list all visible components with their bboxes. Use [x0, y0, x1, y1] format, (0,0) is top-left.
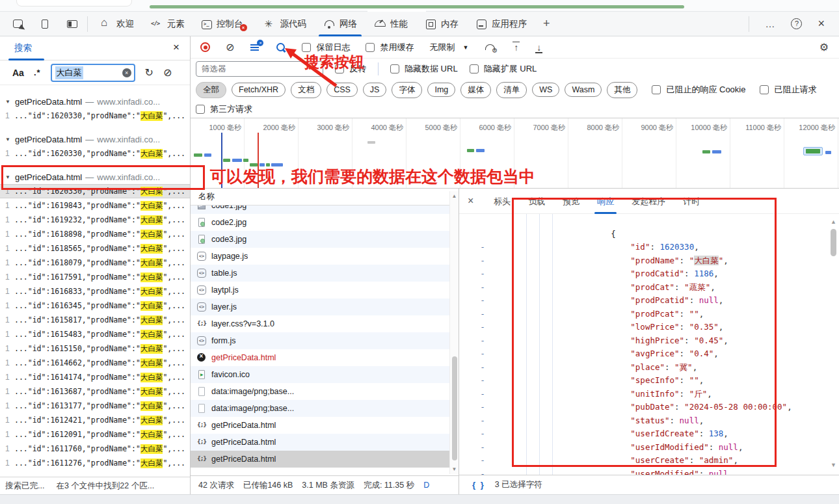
- help-icon[interactable]: ?: [791, 18, 802, 29]
- search-result-row[interactable]: 1 ..."id":1613177,"prodName":" 大白菜 ",...: [0, 399, 190, 413]
- devtools-tab[interactable]: 元素: [142, 12, 193, 36]
- request-type-chip[interactable]: Img: [427, 83, 455, 97]
- regex-button[interactable]: .*: [34, 68, 41, 77]
- search-result-row[interactable]: 1 ..."id":1619843,"prodName":" 大白菜 ",...: [0, 198, 190, 213]
- request-row[interactable]: getPriceData.html: [191, 417, 459, 434]
- network-settings-icon[interactable]: ⚙: [819, 41, 829, 53]
- request-type-chip[interactable]: Fetch/XHR: [232, 83, 286, 97]
- record-button[interactable]: [200, 42, 210, 52]
- request-row[interactable]: layer.css?v=3.1.0: [191, 315, 459, 332]
- search-result-row[interactable]: getPriceData.html — www.xinfadi.co...: [0, 95, 190, 109]
- search-result-row[interactable]: getPriceData.html — www.xinfadi.co...: [0, 133, 190, 146]
- export-har-icon[interactable]: ↓: [535, 42, 542, 53]
- match-case-button[interactable]: Aa: [12, 68, 24, 78]
- search-result-row[interactable]: 1 ..."id":1612091,"prodName":" 大白菜 ",...: [0, 427, 190, 442]
- refresh-icon[interactable]: ↻: [145, 66, 153, 79]
- filter-icon[interactable]: ×: [250, 43, 260, 52]
- search-result-row[interactable]: 1 ..."id":1618079,"prodName":" 大白菜 ",...: [0, 256, 190, 270]
- devtools-tab[interactable]: 内存: [416, 12, 467, 36]
- search-input[interactable]: 大白菜 ×: [51, 64, 135, 82]
- close-response-icon[interactable]: ×: [468, 195, 473, 207]
- search-result-row[interactable]: 1 ..."id":1615483,"prodName":" 大白菜 ",...: [0, 327, 190, 341]
- scrollbar-thumb[interactable]: [452, 356, 457, 460]
- search-result-row[interactable]: 1 ..."id":1611760,"prodName":" 大白菜 ",...: [0, 442, 190, 456]
- request-row[interactable]: data:image/png;base...: [191, 383, 459, 400]
- clear-input-icon[interactable]: ×: [122, 68, 131, 77]
- request-list-scrollbar[interactable]: ▲ ▼: [449, 191, 459, 474]
- devtools-tab[interactable]: 源代码: [256, 12, 315, 36]
- search-result-row[interactable]: 1 ..."id":1616345,"prodName":" 大白菜 ",...: [0, 298, 190, 313]
- search-result-row[interactable]: 1 ..."id":1620330,"prodName":" 大白菜 ",...: [0, 109, 190, 123]
- dock-side-icon[interactable]: [65, 17, 79, 31]
- more-tabs-button[interactable]: +: [543, 17, 550, 31]
- search-result-row[interactable]: 1 ..."id":1613687,"prodName":" 大白菜 ",...: [0, 384, 190, 399]
- disable-cache-checkbox[interactable]: [366, 43, 375, 52]
- devtools-tab[interactable]: 控制台 ×: [193, 12, 256, 36]
- devtools-tab[interactable]: 欢迎: [92, 12, 142, 36]
- clear-network-log-icon[interactable]: ⊘: [226, 42, 234, 53]
- response-tab[interactable]: 标头: [494, 189, 511, 214]
- throttling-select[interactable]: 无限制 ▼: [429, 42, 468, 53]
- search-result-row[interactable]: 1 ..."id":1618565,"prodName":" 大白菜 ",...: [0, 241, 190, 256]
- request-row[interactable]: getPriceData.html: [191, 349, 459, 366]
- devtools-tab[interactable]: 应用程序: [467, 12, 535, 36]
- request-type-chip[interactable]: 清单: [496, 82, 527, 98]
- hide-data-urls-checkbox[interactable]: [390, 64, 399, 73]
- search-result-row[interactable]: 1 ..."id":1612421,"prodName":" 大白菜 ",...: [0, 413, 190, 427]
- request-type-chip[interactable]: WS: [532, 83, 559, 97]
- network-status-bar: 42 次请求已传输146 kB3.1 MB 条资源完成: 11.35 秒 D: [191, 475, 459, 494]
- scroll-up-icon[interactable]: ▲: [450, 193, 459, 199]
- request-type-chip[interactable]: JS: [363, 83, 387, 97]
- chevron-down-icon[interactable]: [5, 99, 10, 105]
- scroll-up-icon[interactable]: ▲: [831, 219, 836, 225]
- devtools-tab[interactable]: 性能: [366, 12, 416, 36]
- search-result-row[interactable]: 1 ..."id":1614174,"prodName":" 大白菜 ",...: [0, 370, 190, 384]
- search-result-row[interactable]: 1 ..."id":1618898,"prodName":" 大白菜 ",...: [0, 227, 190, 241]
- request-type-chip[interactable]: Wasm: [565, 83, 602, 97]
- request-row[interactable]: getPriceData.html: [191, 434, 459, 451]
- request-row[interactable]: laypage.js: [191, 248, 459, 265]
- tab-search[interactable]: 搜索: [14, 42, 32, 54]
- match-highlight: 大白菜: [140, 258, 163, 268]
- request-row[interactable]: code2.jpg: [191, 214, 459, 231]
- search-result-row[interactable]: 1 ..."id":1620330,"prodName":" 大白菜 ",...: [0, 146, 190, 161]
- name-column-header[interactable]: 名称: [198, 191, 215, 202]
- search-result-row[interactable]: 1 ..."id":1615150,"prodName":" 大白菜 ",...: [0, 341, 190, 356]
- more-options-icon[interactable]: …: [757, 18, 783, 29]
- request-type-chip[interactable]: 其他: [607, 82, 637, 98]
- request-row[interactable]: layer.js: [191, 298, 459, 315]
- clear-results-icon[interactable]: ⊘: [163, 66, 172, 79]
- import-har-icon[interactable]: ↑: [513, 42, 520, 53]
- devtools-tab[interactable]: 网络: [315, 12, 366, 36]
- request-row[interactable]: favicon.ico: [191, 366, 459, 383]
- request-row[interactable]: table.js: [191, 265, 459, 282]
- request-row[interactable]: data:image/png;base...: [191, 400, 459, 417]
- request-type-chip[interactable]: 全部: [196, 82, 226, 98]
- search-result-row[interactable]: 1 ..."id":1611276,"prodName":" 大白菜 ",...: [0, 456, 190, 470]
- inspect-icon[interactable]: [10, 17, 25, 31]
- close-search-icon[interactable]: ×: [173, 41, 180, 54]
- request-row[interactable]: form.js: [191, 332, 459, 349]
- scrollbar-thumb[interactable]: [831, 229, 836, 256]
- close-devtools-icon[interactable]: ×: [810, 17, 832, 31]
- request-type-chip[interactable]: 字体: [392, 82, 422, 98]
- search-result-row[interactable]: 1 ..."id":1619232,"prodName":" 大白菜 ",...: [0, 213, 190, 227]
- scroll-down-icon[interactable]: ▼: [450, 466, 459, 472]
- search-result-row[interactable]: 1 ..."id":1616833,"prodName":" 大白菜 ",...: [0, 284, 190, 298]
- search-result-row[interactable]: 1 ..."id":1617591,"prodName":" 大白菜 ",...: [0, 270, 190, 284]
- device-emulation-icon[interactable]: [38, 17, 52, 31]
- request-row[interactable]: getPriceData.html: [191, 451, 459, 468]
- request-row[interactable]: code3.jpg: [191, 231, 459, 248]
- blocked-cookies-checkbox[interactable]: [652, 85, 661, 94]
- blocked-requests-checkbox[interactable]: [760, 85, 769, 94]
- chevron-down-icon[interactable]: [5, 137, 10, 142]
- search-result-row[interactable]: 1 ..."id":1614662,"prodName":" 大白菜 ",...: [0, 356, 190, 370]
- request-row[interactable]: laytpl.js: [191, 282, 459, 298]
- request-type-chip[interactable]: 媒体: [460, 82, 491, 98]
- third-party-checkbox[interactable]: [196, 105, 205, 114]
- hide-extension-urls-checkbox[interactable]: [470, 64, 479, 73]
- network-conditions-icon[interactable]: [484, 42, 497, 53]
- request-row[interactable]: code1.jpg: [191, 206, 459, 214]
- search-result-row[interactable]: 1 ..."id":1615817,"prodName":" 大白菜 ",...: [0, 313, 190, 327]
- scroll-down-icon[interactable]: ▼: [831, 462, 836, 468]
